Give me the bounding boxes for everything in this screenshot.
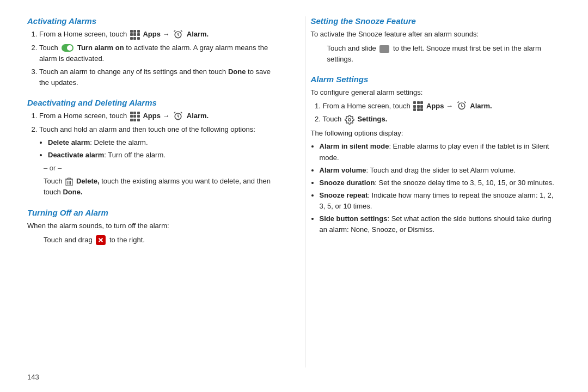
apps-grid-icon3	[413, 101, 423, 111]
snooze-step1: Touch and slide to the left. Snooze must…	[311, 43, 561, 65]
section-turning-off-alarm: Turning Off an Alarm When the alarm soun…	[27, 208, 278, 246]
toggle-on-icon	[62, 44, 74, 52]
snooze-feature-title: Setting the Snooze Feature	[311, 16, 561, 26]
alarm-settings-title: Alarm Settings	[311, 75, 561, 84]
deactivating-step2: Touch and hold an alarm and then touch o…	[39, 124, 278, 161]
svg-point-8	[348, 118, 351, 121]
deactivating-alarms-title: Deactivating and Deleting Alarms	[27, 98, 278, 107]
bullet-side-button: Side button settings: Set what action th…	[320, 213, 561, 235]
alarm-icon2	[173, 111, 183, 121]
turning-off-step: Touch and drag to the right.	[27, 235, 278, 246]
x-red-icon	[96, 235, 106, 245]
activating-step3: Touch an alarm to change any of its sett…	[39, 66, 278, 88]
bullet-snooze-duration: Snooze duration: Set the snooze delay ti…	[320, 177, 561, 188]
page: Activating Alarms From a Home screen, to…	[0, 0, 588, 392]
settings-icon	[345, 115, 354, 125]
bullet-alarm-volume: Alarm volume: Touch and drag the slider …	[320, 165, 561, 176]
left-column: Activating Alarms From a Home screen, to…	[27, 16, 283, 367]
following-options-text: The following options display:	[311, 128, 561, 139]
apps-grid-icon2	[130, 112, 140, 121]
slide-gray-icon	[379, 45, 389, 53]
bullet-silent-mode: Alarm in silent mode: Enable alarms to p…	[320, 141, 561, 163]
section-activating-alarms: Activating Alarms From a Home screen, to…	[27, 16, 278, 88]
alarm-settings-intro: To configure general alarm settings:	[311, 87, 561, 98]
bullet-delete-alarm: Delete alarm: Delete the alarm.	[48, 137, 278, 148]
snooze-intro: To activate the Snooze feature after an …	[311, 29, 561, 40]
or-line: – or –	[27, 163, 278, 174]
activating-step1: From a Home screen, touch Apps →	[39, 29, 278, 40]
deactivating-step1: From a Home screen, touch Apps →	[39, 111, 278, 122]
page-number: 143	[27, 373, 39, 381]
apps-grid-icon	[130, 30, 140, 40]
alarm-settings-step1: From a Home screen, touch Apps →	[323, 101, 561, 112]
section-snooze-feature: Setting the Snooze Feature To activate t…	[311, 16, 561, 65]
turning-off-intro: When the alarm sounds, to turn off the a…	[27, 220, 278, 231]
alarm-icon	[173, 29, 183, 40]
activating-alarms-title: Activating Alarms	[27, 16, 278, 26]
delete-icon	[65, 177, 73, 186]
section-deactivating-alarms: Deactivating and Deleting Alarms From a …	[27, 98, 278, 198]
footer: 143	[27, 367, 561, 381]
alarm-icon3	[456, 100, 467, 111]
deactivating-step3: Touch Delete, touc	[27, 176, 278, 198]
bullet-snooze-repeat: Snooze repeat: Indicate how many times t…	[320, 190, 561, 212]
right-column: Setting the Snooze Feature To activate t…	[305, 16, 561, 367]
activating-step2: Touch Turn alarm on to activate the alar…	[39, 42, 278, 64]
section-alarm-settings: Alarm Settings To configure general alar…	[311, 75, 561, 235]
bullet-deactivate-alarm: Deactivate alarm: Turn off the alarm.	[48, 150, 278, 161]
alarm-settings-step2: Touch Settings.	[323, 114, 561, 125]
turning-off-title: Turning Off an Alarm	[27, 208, 278, 217]
